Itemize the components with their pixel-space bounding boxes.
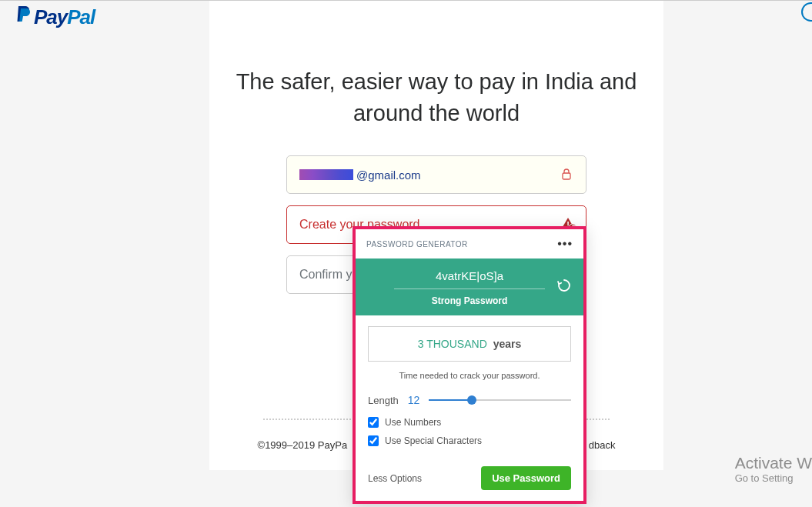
pwgen-title: PASSWORD GENERATOR <box>366 240 468 248</box>
watermark-title: Activate W <box>735 454 812 472</box>
password-strength-label: Strong Password <box>363 295 576 306</box>
use-special-checkbox[interactable]: Use Special Characters <box>368 435 571 446</box>
use-special-input[interactable] <box>368 435 379 446</box>
length-row: Length 12 <box>368 394 571 406</box>
pwgen-output-panel: 4vatrKE|oS]a Strong Password <box>356 259 583 315</box>
use-special-label: Use Special Characters <box>385 435 482 446</box>
crack-time-value: 3 THOUSAND <box>418 338 487 350</box>
paypal-icon <box>15 5 32 28</box>
use-numbers-checkbox[interactable]: Use Numbers <box>368 417 571 428</box>
more-menu-icon[interactable]: ••• <box>557 237 573 251</box>
use-numbers-label: Use Numbers <box>385 417 441 428</box>
crack-time-unit: years <box>493 338 522 350</box>
refresh-icon[interactable] <box>556 277 573 297</box>
pwgen-body: 3 THOUSAND years Time needed to crack yo… <box>356 315 583 463</box>
page-headline: The safer, easier way to pay in India an… <box>209 66 663 128</box>
crack-hint: Time needed to crack your password. <box>368 371 571 380</box>
length-slider[interactable] <box>429 394 571 406</box>
confirm-placeholder: Confirm y <box>299 268 352 282</box>
slider-thumb[interactable] <box>467 395 476 405</box>
less-options-link[interactable]: Less Options <box>368 473 422 484</box>
use-password-button[interactable]: Use Password <box>481 466 571 490</box>
length-value: 12 <box>408 394 420 406</box>
email-suffix: @gmail.com <box>356 168 421 182</box>
pwgen-header: PASSWORD GENERATOR ••• <box>356 229 583 259</box>
watermark-sub: Go to Setting <box>735 472 812 484</box>
slider-fill <box>429 399 471 401</box>
logo-text-pal: Pal <box>67 5 95 28</box>
lock-icon <box>560 167 575 182</box>
activate-windows-watermark: Activate W Go to Setting <box>735 454 812 484</box>
length-label: Length <box>368 395 399 406</box>
generated-password: 4vatrKE|oS]a <box>394 269 545 289</box>
footer-feedback-tail: dback <box>589 439 616 451</box>
app-header: PayPal <box>0 1 110 33</box>
svg-rect-0 <box>563 173 570 179</box>
browser-circle-fragment <box>801 2 812 22</box>
password-generator-popup: PASSWORD GENERATOR ••• 4vatrKE|oS]a Stro… <box>353 226 586 504</box>
logo-text-pay: Pay <box>34 5 67 28</box>
email-field[interactable]: @gmail.com <box>286 155 586 194</box>
paypal-logo: PayPal <box>15 5 95 28</box>
footer-copyright: ©1999–2019 PayPa <box>258 439 348 451</box>
email-redacted-prefix <box>299 169 353 180</box>
pwgen-footer: Less Options Use Password <box>356 463 583 501</box>
crack-time-box: 3 THOUSAND years <box>368 326 571 362</box>
use-numbers-input[interactable] <box>368 417 379 428</box>
